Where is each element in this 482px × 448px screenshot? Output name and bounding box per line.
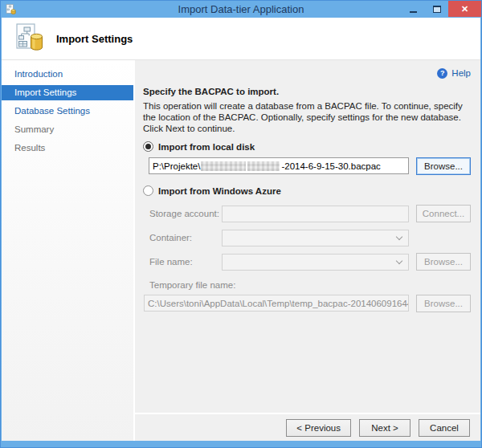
minimize-button[interactable] [402, 1, 425, 17]
browse-azure-button: Browse... [416, 253, 471, 271]
redacted-text [201, 161, 246, 171]
radio-unselected-icon [143, 185, 153, 196]
cancel-button[interactable]: Cancel [419, 419, 470, 437]
radio-azure-label: Import from Windows Azure [158, 186, 281, 196]
radio-selected-icon [143, 141, 153, 152]
temporary-file-name-input: C:\Users\toni\AppData\Local\Temp\temp_ba… [144, 295, 409, 312]
help-label: Help [451, 68, 471, 78]
wizard-nav: Introduction Import Settings Database Se… [2, 60, 133, 441]
next-button[interactable]: Next > [359, 419, 411, 437]
wizard-footer: < Previous Next > Cancel [135, 413, 480, 441]
main-pane: ? Help Specify the BACPAC to import. Thi… [135, 60, 480, 413]
container-label: Container: [149, 233, 222, 242]
close-button[interactable]: ✕ [448, 1, 481, 17]
maximize-icon [433, 6, 441, 13]
chevron-down-icon [396, 257, 402, 263]
redacted-text [247, 161, 280, 171]
page-title: Import Settings [56, 33, 133, 45]
minimize-icon [410, 11, 417, 13]
file-name-label: File name: [149, 257, 222, 267]
file-name-dropdown [222, 254, 409, 271]
browse-temp-button: Browse... [416, 295, 471, 312]
container-dropdown [222, 230, 409, 246]
help-link[interactable]: ? Help [143, 67, 471, 79]
bacpac-path-input[interactable]: P:\Projekte\-2014-6-9-15-30.bacpac [149, 157, 409, 174]
path-prefix: P:\Projekte\ [153, 161, 200, 171]
connect-button: Connect... [416, 205, 471, 222]
app-icon [6, 4, 17, 15]
help-icon: ? [437, 68, 447, 79]
radio-import-windows-azure[interactable]: Import from Windows Azure [143, 185, 471, 196]
titlebar[interactable]: Import Data-tier Application ✕ [0, 0, 482, 18]
azure-settings-group: Storage account: Connect... Container: [143, 205, 471, 271]
browse-local-button[interactable]: Browse... [416, 157, 471, 175]
nav-item-database-settings[interactable]: Database Settings [2, 104, 133, 119]
maximize-button[interactable] [425, 1, 448, 17]
section-heading: Specify the BACPAC to import. [143, 87, 471, 96]
radio-import-local-disk[interactable]: Import from local disk [143, 141, 471, 152]
close-icon: ✕ [461, 5, 468, 14]
path-suffix: -2014-6-9-15-30.bacpac [281, 161, 380, 171]
wizard-header: Import Settings [2, 18, 480, 60]
storage-account-input [222, 206, 409, 222]
radio-local-label: Import from local disk [158, 142, 255, 152]
storage-account-label: Storage account: [149, 209, 222, 218]
nav-item-import-settings[interactable]: Import Settings [2, 85, 133, 100]
chevron-down-icon [396, 233, 402, 239]
nav-item-summary: Summary [2, 122, 133, 137]
nav-item-results: Results [2, 141, 133, 156]
temporary-file-name-label: Temporary file name: [143, 280, 471, 290]
nav-item-introduction[interactable]: Introduction [2, 67, 133, 82]
dialog-body: Import Settings Introduction Import Sett… [2, 18, 480, 441]
section-description: This operation will create a database fr… [143, 100, 471, 134]
import-settings-icon [14, 23, 45, 54]
previous-button[interactable]: < Previous [286, 419, 351, 437]
window-controls: ✕ [402, 1, 481, 17]
import-data-tier-application-window: Import Data-tier Application ✕ [0, 0, 482, 448]
